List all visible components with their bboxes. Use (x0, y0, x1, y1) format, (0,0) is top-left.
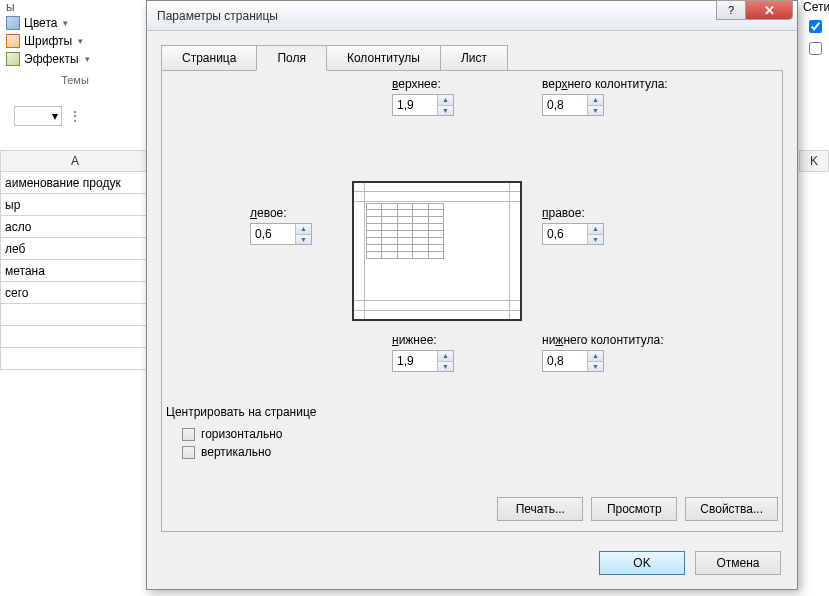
panel-action-buttons: Печать... Просмотр Свойства... (497, 497, 778, 521)
left-margin-label: левое: (250, 206, 312, 220)
left-margin-input[interactable] (251, 224, 295, 244)
spinner-down-icon[interactable]: ▼ (588, 362, 603, 372)
worksheet-left-column: A аименование продук ыр асло леб метана … (0, 150, 150, 370)
ok-button[interactable]: OK (599, 551, 685, 575)
tab-sheet[interactable]: Лист (440, 45, 508, 71)
preview-button[interactable]: Просмотр (591, 497, 677, 521)
column-header-k[interactable]: K (799, 150, 829, 172)
footer-margin-label: нижнего колонтитула: (542, 333, 664, 347)
header-margin-label: верхнего колонтитула: (542, 77, 668, 91)
cell[interactable]: леб (0, 238, 150, 260)
cell[interactable] (0, 304, 150, 326)
right-margin-input[interactable] (543, 224, 587, 244)
top-margin-spinner[interactable]: ▲▼ (392, 94, 454, 116)
footer-margin-input[interactable] (543, 351, 587, 371)
margins-panel: вверхнее:ерхнее: ▲▼ верхнего колонтитула… (161, 70, 783, 532)
print-button[interactable]: Печать... (497, 497, 583, 521)
center-horizontal-label: горизонтально (201, 427, 282, 441)
spinner-down-icon[interactable]: ▼ (438, 106, 453, 116)
center-vertical-checkbox[interactable]: вертикально (182, 445, 316, 459)
spinner-down-icon[interactable]: ▼ (296, 235, 311, 245)
top-margin-label: вверхнее:ерхнее: (392, 77, 454, 91)
top-margin-field: вверхнее:ерхнее: ▲▼ (392, 77, 454, 116)
center-horizontal-checkbox[interactable]: горизонтально (182, 427, 316, 441)
options-button[interactable]: Свойства... (685, 497, 778, 521)
tab-headers-footers[interactable]: Колонтитулы (326, 45, 441, 71)
bottom-margin-input[interactable] (393, 351, 437, 371)
effects-label: Эффекты (24, 52, 79, 66)
header-margin-input[interactable] (543, 95, 587, 115)
ribbon-leftover-text: ы (0, 0, 150, 14)
center-on-page-title: Центрировать на странице (166, 405, 316, 419)
themes-group-label: Темы (0, 74, 150, 86)
tab-page[interactable]: Страница (161, 45, 257, 71)
header-margin-field: верхнего колонтитула: ▲▼ (542, 77, 668, 116)
dialog-footer-buttons: OK Отмена (599, 551, 781, 575)
cancel-button[interactable]: Отмена (695, 551, 781, 575)
bottom-margin-spinner[interactable]: ▲▼ (392, 350, 454, 372)
chevron-down-icon: ▾ (52, 109, 58, 123)
cell[interactable]: ыр (0, 194, 150, 216)
help-button[interactable]: ? (716, 0, 746, 20)
cell[interactable] (0, 326, 150, 348)
center-on-page-section: Центрировать на странице горизонтально в… (166, 405, 316, 463)
cell[interactable]: аименование продук (0, 172, 150, 194)
spinner-up-icon[interactable]: ▲ (296, 224, 311, 235)
center-vertical-label: вертикально (201, 445, 271, 459)
right-margin-field: правое: ▲▼ (542, 206, 604, 245)
spinner-up-icon[interactable]: ▲ (588, 224, 603, 235)
spinner-down-icon[interactable]: ▼ (588, 235, 603, 245)
column-header-a[interactable]: A (0, 150, 150, 172)
left-margin-spinner[interactable]: ▲▼ (250, 223, 312, 245)
left-margin-field: левое: ▲▼ (250, 206, 312, 245)
header-margin-spinner[interactable]: ▲▼ (542, 94, 604, 116)
chevron-down-icon: ▾ (85, 54, 90, 64)
spinner-up-icon[interactable]: ▲ (438, 351, 453, 362)
dialog-tabs: Страница Поля Колонтитулы Лист (161, 45, 797, 71)
top-margin-input[interactable] (393, 95, 437, 115)
footer-margin-spinner[interactable]: ▲▼ (542, 350, 604, 372)
spinner-up-icon[interactable]: ▲ (588, 351, 603, 362)
colors-label: Цвета (24, 16, 57, 30)
ribbon-themes-group: ы Цвета ▾ Шрифты ▾ Эффекты ▾ Темы ▾ ⋮ (0, 0, 150, 126)
bottom-margin-label: нижнее: (392, 333, 454, 347)
footer-margin-field: нижнего колонтитула: ▲▼ (542, 333, 664, 372)
ellipsis-icon: ⋮ (68, 108, 82, 124)
gridlines-label: Сети (799, 0, 829, 14)
right-margin-label: правое: (542, 206, 604, 220)
colors-dropdown[interactable]: Цвета ▾ (0, 14, 150, 32)
spinner-down-icon[interactable]: ▼ (588, 106, 603, 116)
fonts-dropdown[interactable]: Шрифты ▾ (0, 32, 150, 50)
colors-icon (6, 16, 20, 30)
cell[interactable] (0, 348, 150, 370)
tab-margins[interactable]: Поля (256, 45, 327, 71)
ribbon-small-dropdown[interactable]: ▾ ⋮ (14, 106, 150, 126)
chevron-down-icon: ▾ (78, 36, 83, 46)
dialog-title: Параметры страницы (157, 9, 278, 23)
gridlines-view-checkbox[interactable] (805, 17, 829, 36)
bottom-margin-field: нижнее: ▲▼ (392, 333, 454, 372)
close-button[interactable]: ✕ (745, 0, 793, 20)
page-preview (352, 181, 522, 321)
effects-icon (6, 52, 20, 66)
cell[interactable]: метана (0, 260, 150, 282)
page-setup-dialog: Параметры страницы ? ✕ Страница Поля Кол… (146, 0, 798, 590)
dialog-titlebar[interactable]: Параметры страницы ? ✕ (147, 1, 797, 31)
chevron-down-icon: ▾ (63, 18, 68, 28)
fonts-icon (6, 34, 20, 48)
spinner-up-icon[interactable]: ▲ (588, 95, 603, 106)
spinner-down-icon[interactable]: ▼ (438, 362, 453, 372)
right-margin-spinner[interactable]: ▲▼ (542, 223, 604, 245)
ribbon-gridlines-group: Сети (799, 0, 829, 61)
checkbox-icon (182, 428, 195, 441)
preview-mini-grid (366, 203, 444, 265)
cell[interactable]: асло (0, 216, 150, 238)
fonts-label: Шрифты (24, 34, 72, 48)
effects-dropdown[interactable]: Эффекты ▾ (0, 50, 150, 68)
cell[interactable]: сего (0, 282, 150, 304)
spinner-up-icon[interactable]: ▲ (438, 95, 453, 106)
checkbox-icon (182, 446, 195, 459)
gridlines-print-checkbox[interactable] (805, 39, 829, 58)
